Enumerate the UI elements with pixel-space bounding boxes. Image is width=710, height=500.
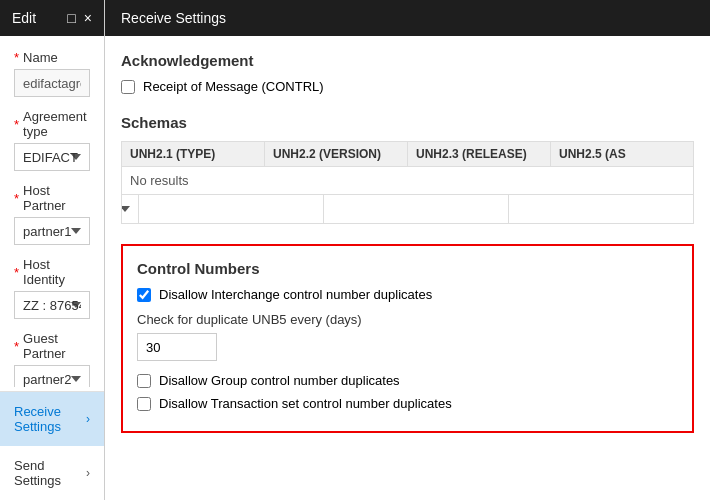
left-form: * Name * Agreement type EDIFACT X12 AS2 [0, 36, 104, 387]
acknowledgement-section: Acknowledgement Receipt of Message (CONT… [121, 52, 694, 94]
left-panel: Edit □ × * Name * Agreement type EDIFACT… [0, 0, 105, 500]
col-header-unh23: UNH2.3 (RELEASE) [408, 142, 551, 166]
disallow-group-label: Disallow Group control number duplicates [159, 373, 400, 388]
schemas-section: Schemas UNH2.1 (TYPE) UNH2.2 (VERSION) U… [121, 114, 694, 224]
required-star: * [14, 50, 19, 65]
required-star-4: * [14, 265, 19, 280]
host-partner-select-wrap: partner1 partner2 [14, 217, 90, 245]
disallow-transaction-label: Disallow Transaction set control number … [159, 396, 452, 411]
disallow-interchange-checkbox[interactable] [137, 288, 151, 302]
schemas-body: No results [121, 166, 694, 224]
guest-partner-field-group: * Guest Partner partner2 partner1 [14, 331, 90, 387]
host-partner-select[interactable]: partner1 partner2 [14, 217, 90, 245]
col-header-unh25: UNH2.5 (AS [551, 142, 693, 166]
schema-as-input[interactable] [509, 195, 693, 223]
host-identity-select[interactable]: ZZ : 87654321 [14, 291, 90, 319]
name-field-group: * Name [14, 50, 90, 97]
chevron-right-icon-send: › [86, 466, 90, 480]
nav-items: Receive Settings › Send Settings › [0, 391, 104, 500]
schema-select-wrap [122, 195, 139, 223]
sidebar-item-send-settings[interactable]: Send Settings › [0, 446, 104, 500]
host-identity-select-wrap: ZZ : 87654321 [14, 291, 90, 319]
schema-version-input[interactable] [139, 195, 324, 223]
receipt-of-message-row: Receipt of Message (CONTRL) [121, 79, 694, 94]
disallow-interchange-row: Disallow Interchange control number dupl… [137, 287, 678, 302]
host-identity-field-group: * Host Identity ZZ : 87654321 [14, 257, 90, 319]
minimize-icon[interactable]: □ [67, 10, 75, 26]
agreement-type-label: * Agreement type [14, 109, 90, 139]
required-star-3: * [14, 191, 19, 206]
col-header-unh22: UNH2.2 (VERSION) [265, 142, 408, 166]
disallow-transaction-checkbox[interactable] [137, 397, 151, 411]
check-duplicate-label: Check for duplicate UNB5 every (days) [137, 312, 678, 327]
disallow-transaction-row: Disallow Transaction set control number … [137, 396, 678, 411]
right-content: Acknowledgement Receipt of Message (CONT… [105, 36, 710, 500]
agreement-type-select[interactable]: EDIFACT X12 AS2 [14, 143, 90, 171]
schemas-no-results: No results [122, 167, 693, 195]
receipt-of-message-checkbox[interactable] [121, 80, 135, 94]
schemas-input-row [122, 195, 693, 223]
name-input[interactable] [14, 69, 90, 97]
agreement-type-select-wrap: EDIFACT X12 AS2 [14, 143, 90, 171]
col-header-unh21: UNH2.1 (TYPE) [122, 142, 265, 166]
close-icon[interactable]: × [84, 10, 92, 26]
schema-release-input[interactable] [324, 195, 509, 223]
host-identity-label: * Host Identity [14, 257, 90, 287]
right-header: Receive Settings [105, 0, 710, 36]
receive-settings-title: Receive Settings [121, 10, 226, 26]
receipt-of-message-label: Receipt of Message (CONTRL) [143, 79, 324, 94]
schema-type-select[interactable] [122, 195, 138, 223]
acknowledgement-title: Acknowledgement [121, 52, 694, 69]
control-numbers-title: Control Numbers [137, 260, 678, 277]
header-icons: □ × [67, 10, 92, 26]
chevron-right-icon-receive: › [86, 412, 90, 426]
guest-partner-select-wrap: partner2 partner1 [14, 365, 90, 387]
control-numbers-section: Control Numbers Disallow Interchange con… [121, 244, 694, 433]
disallow-group-row: Disallow Group control number duplicates [137, 373, 678, 388]
required-star-5: * [14, 339, 19, 354]
edit-title: Edit [12, 10, 36, 26]
check-duplicate-input[interactable]: 30 [137, 333, 217, 361]
disallow-interchange-label: Disallow Interchange control number dupl… [159, 287, 432, 302]
disallow-group-checkbox[interactable] [137, 374, 151, 388]
sidebar-item-receive-settings[interactable]: Receive Settings › [0, 392, 104, 446]
schemas-title: Schemas [121, 114, 694, 131]
host-partner-label: * Host Partner [14, 183, 90, 213]
right-panel: Receive Settings Acknowledgement Receipt… [105, 0, 710, 500]
host-partner-field-group: * Host Partner partner1 partner2 [14, 183, 90, 245]
schemas-table-header: UNH2.1 (TYPE) UNH2.2 (VERSION) UNH2.3 (R… [121, 141, 694, 166]
agreement-type-field-group: * Agreement type EDIFACT X12 AS2 [14, 109, 90, 171]
required-star-2: * [14, 117, 19, 132]
name-label: * Name [14, 50, 90, 65]
left-header: Edit □ × [0, 0, 104, 36]
guest-partner-select[interactable]: partner2 partner1 [14, 365, 90, 387]
guest-partner-label: * Guest Partner [14, 331, 90, 361]
